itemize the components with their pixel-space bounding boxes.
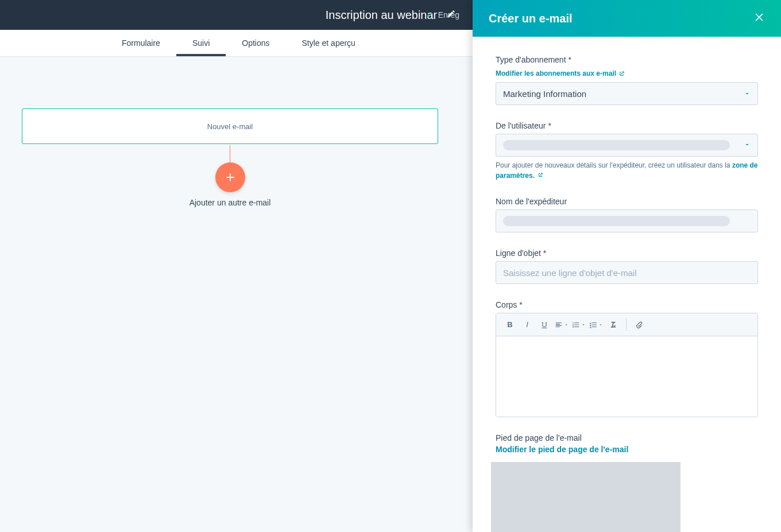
attachment-icon bbox=[635, 321, 643, 329]
bold-button[interactable]: B bbox=[502, 317, 518, 333]
save-status: Enreg bbox=[426, 0, 459, 30]
subscription-select[interactable]: Marketing Information bbox=[496, 82, 758, 105]
subscription-select-value: Marketing Information bbox=[503, 89, 586, 99]
email-footer-section: Pied de page de l'e-mail Modifier le pie… bbox=[496, 433, 758, 532]
close-icon bbox=[753, 11, 765, 23]
close-panel-button[interactable] bbox=[753, 11, 765, 25]
edit-subscriptions-link[interactable]: Modifier les abonnements aux e-mail bbox=[496, 69, 625, 77]
sender-name-input[interactable] bbox=[496, 209, 758, 232]
add-email-label: Ajouter un autre e-mail bbox=[22, 198, 438, 207]
tab-followup[interactable]: Suivi bbox=[176, 30, 226, 56]
email-card[interactable]: Nouvel e-mail bbox=[22, 108, 438, 144]
connector-line bbox=[230, 145, 230, 162]
footer-label: Pied de page de l'e-mail bbox=[496, 433, 758, 442]
sender-name-label: Nom de l'expéditeur bbox=[496, 197, 758, 206]
subject-input[interactable] bbox=[496, 261, 758, 284]
panel-title: Créer un e-mail bbox=[489, 12, 573, 25]
subject-label: Ligne d'objet * bbox=[496, 248, 758, 258]
plus-icon bbox=[224, 171, 237, 184]
align-icon bbox=[555, 321, 563, 329]
save-status-text: Enreg bbox=[438, 10, 459, 20]
underline-button[interactable]: U bbox=[536, 317, 552, 333]
caret-down-icon bbox=[564, 323, 569, 327]
add-email-button[interactable] bbox=[215, 162, 245, 192]
tab-form[interactable]: Formulaire bbox=[106, 30, 176, 56]
rte-toolbar: B I U bbox=[496, 313, 757, 336]
ordered-list-icon bbox=[572, 321, 580, 329]
from-user-help: Pour ajouter de nouveaux détails sur l'e… bbox=[496, 160, 758, 181]
numbered-list-button[interactable] bbox=[571, 317, 587, 333]
from-user-help-prefix: Pour ajouter de nouveaux détails sur l'e… bbox=[496, 161, 732, 169]
chevron-down-icon bbox=[744, 140, 751, 150]
subject-field: Ligne d'objet * bbox=[496, 248, 758, 284]
page-title: Inscription au webinar bbox=[326, 9, 438, 22]
toolbar-separator bbox=[626, 319, 627, 331]
edit-footer-link[interactable]: Modifier le pied de page de l'e-mail bbox=[496, 445, 758, 454]
caret-down-icon bbox=[598, 323, 603, 327]
from-user-label: De l'utilisateur * bbox=[496, 121, 758, 130]
body-label: Corps * bbox=[496, 300, 758, 309]
from-user-select[interactable] bbox=[496, 134, 758, 157]
clear-format-icon bbox=[609, 321, 617, 329]
rte-body[interactable] bbox=[496, 336, 757, 417]
italic-button[interactable]: I bbox=[519, 317, 535, 333]
subscription-type-field: Type d'abonnement * Modifier les abonnem… bbox=[496, 55, 758, 105]
panel-header: Créer un e-mail bbox=[473, 0, 781, 37]
sender-name-field: Nom de l'expéditeur bbox=[496, 197, 758, 232]
subscription-label: Type d'abonnement * bbox=[496, 55, 758, 64]
tab-options[interactable]: Options bbox=[226, 30, 285, 56]
email-card-label: Nouvel e-mail bbox=[207, 122, 253, 131]
footer-preview bbox=[491, 462, 681, 532]
body-field: Corps * B I U bbox=[496, 300, 758, 417]
chevron-down-icon bbox=[744, 89, 751, 99]
rich-text-editor: B I U bbox=[496, 313, 758, 417]
create-email-panel: Créer un e-mail Type d'abonnement * Modi… bbox=[473, 0, 781, 532]
external-link-icon bbox=[538, 172, 543, 178]
panel-body: Type d'abonnement * Modifier les abonnem… bbox=[473, 37, 781, 532]
bullet-list-button[interactable] bbox=[588, 317, 604, 333]
external-link-icon bbox=[618, 71, 625, 77]
attachment-button[interactable] bbox=[631, 317, 647, 333]
sender-name-skeleton bbox=[503, 216, 730, 226]
bullet-list-icon bbox=[589, 321, 597, 329]
clear-format-button[interactable] bbox=[605, 317, 621, 333]
from-user-field: De l'utilisateur * Pour ajouter de nouve… bbox=[496, 121, 758, 181]
tab-style[interactable]: Style et aperçu bbox=[286, 30, 372, 56]
align-button[interactable] bbox=[554, 317, 570, 333]
caret-down-icon bbox=[581, 323, 586, 327]
edit-subscriptions-link-text: Modifier les abonnements aux e-mail bbox=[496, 69, 616, 77]
from-user-skeleton bbox=[503, 140, 730, 150]
